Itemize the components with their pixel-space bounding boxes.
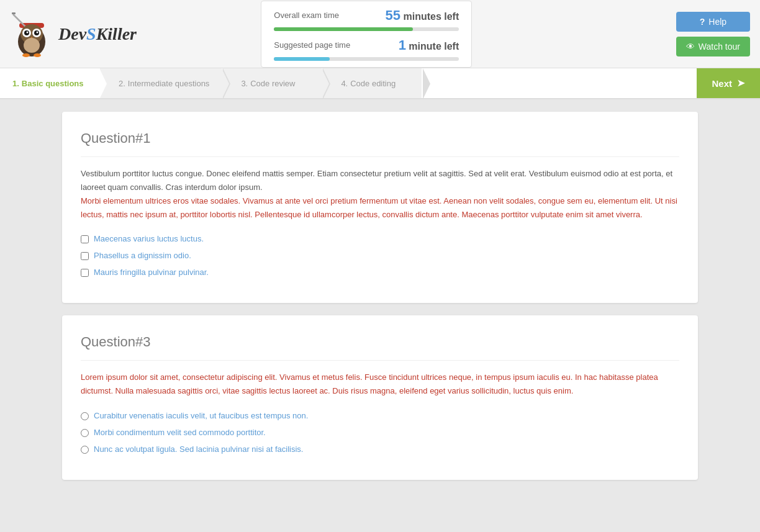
tab-intermediate-questions[interactable]: 2. Intermediate questions xyxy=(100,68,222,98)
q3-options: Curabitur venenatis iaculis velit, ut fa… xyxy=(81,411,679,454)
q1-checkbox-1[interactable] xyxy=(81,235,89,243)
svg-point-10 xyxy=(37,31,38,33)
suggested-minutes: 1 xyxy=(399,37,406,53)
q1-option-2-label[interactable]: Phasellus a dignissim odio. xyxy=(94,251,191,260)
timer-box: Overall exam time 55 minutes left Sugges… xyxy=(261,1,472,68)
question-3-card: Question#3 Lorem ipsum dolor sit amet, c… xyxy=(62,315,698,479)
question-1-text: Vestibulum porttitor luctus congue. Done… xyxy=(81,167,679,222)
header: DevSKiller Overall exam time 55 minutes … xyxy=(0,0,760,68)
next-arrow-icon: ➤ xyxy=(737,78,745,89)
tab-2-number: 2. xyxy=(119,79,125,88)
q1-options: Maecenas varius luctus luctus. Phasellus… xyxy=(81,234,679,277)
svg-point-14 xyxy=(34,53,41,57)
logo-killer: Killer xyxy=(96,24,137,43)
question-icon: ? xyxy=(700,17,705,27)
question-3-text: Lorem ipsum dolor sit amet, consectetur … xyxy=(81,371,679,398)
overall-timer-row: Overall exam time 55 minutes left xyxy=(274,7,459,24)
svg-point-9 xyxy=(27,31,29,33)
tab-2-label: Intermediate questions xyxy=(128,79,210,88)
q1-option-3[interactable]: Mauris fringilla pulvinar pulvinar. xyxy=(81,268,679,277)
eye-icon: 👁 xyxy=(686,42,695,52)
logo-text: DevSKiller xyxy=(58,24,137,44)
logo-dev: Dev xyxy=(58,24,86,43)
q1-text-normal: Vestibulum porttitor luctus congue. Done… xyxy=(81,169,672,192)
q3-option-2[interactable]: Morbi condimentum velit sed commodo port… xyxy=(81,428,679,437)
tab-3-label: Code review xyxy=(250,79,295,88)
tab-code-editing[interactable]: 4. Code editing xyxy=(322,68,422,98)
q1-checkbox-3[interactable] xyxy=(81,269,89,277)
q3-option-1-label[interactable]: Curabitur venenatis iaculis velit, ut fa… xyxy=(94,411,308,420)
tab-4-label: Code editing xyxy=(350,79,396,88)
tab-basic-questions[interactable]: 1. Basic questions xyxy=(0,68,99,98)
q3-option-3[interactable]: Nunc ac volutpat ligula. Sed lacinia pul… xyxy=(81,444,679,454)
watch-tour-button[interactable]: 👁 Watch tour xyxy=(676,37,750,56)
overall-label: Overall exam time xyxy=(274,11,339,20)
q3-option-1[interactable]: Curabitur venenatis iaculis velit, ut fa… xyxy=(81,411,679,420)
logo-s: S xyxy=(86,24,96,43)
q3-radio-2[interactable] xyxy=(81,429,89,437)
overall-timer-bar xyxy=(274,27,459,31)
suggested-bar-fill xyxy=(274,57,329,61)
question-1-title: Question#1 xyxy=(81,130,679,157)
main-content: Question#1 Vestibulum porttitor luctus c… xyxy=(0,99,760,505)
q3-option-2-label[interactable]: Morbi condimentum velit sed commodo port… xyxy=(94,428,266,437)
owl-logo xyxy=(10,9,53,59)
q3-text-highlight: Lorem ipsum dolor sit amet, consectetur … xyxy=(81,372,658,395)
suggested-suffix: minute left xyxy=(406,41,459,52)
watch-tour-label: Watch tour xyxy=(699,42,740,52)
tab-1-number: 1. xyxy=(12,79,19,88)
svg-rect-2 xyxy=(12,12,16,14)
svg-point-13 xyxy=(22,53,30,57)
suggested-label: Suggested page time xyxy=(274,40,350,50)
q1-checkbox-2[interactable] xyxy=(81,252,89,260)
overall-suffix: minutes left xyxy=(400,11,459,22)
q3-radio-3[interactable] xyxy=(81,446,89,454)
suggested-timer-bar xyxy=(274,57,459,61)
overall-bar-fill xyxy=(274,27,413,31)
tab-4-number: 4. xyxy=(341,79,348,88)
tab-code-review[interactable]: 3. Code review xyxy=(222,68,322,98)
overall-minutes: 55 xyxy=(386,7,400,23)
q1-option-1-label[interactable]: Maecenas varius luctus luctus. xyxy=(94,234,204,243)
q1-option-3-label[interactable]: Mauris fringilla pulvinar pulvinar. xyxy=(94,268,209,277)
suggested-timer-row: Suggested page time 1 minute left xyxy=(274,37,459,61)
tab-3-number: 3. xyxy=(241,79,248,88)
q1-option-1[interactable]: Maecenas varius luctus luctus. xyxy=(81,234,679,243)
question-3-title: Question#3 xyxy=(81,334,679,361)
tabs-container: 1. Basic questions 2. Intermediate quest… xyxy=(0,68,697,98)
tab-1-label: Basic questions xyxy=(22,79,84,88)
nav-bar: 1. Basic questions 2. Intermediate quest… xyxy=(0,68,760,99)
svg-point-12 xyxy=(24,38,40,53)
q1-option-2[interactable]: Phasellus a dignissim odio. xyxy=(81,251,679,260)
logo-area: DevSKiller xyxy=(10,9,159,59)
help-button[interactable]: ? ? Help Help xyxy=(676,12,750,32)
header-buttons: ? ? Help Help 👁 Watch tour xyxy=(676,12,750,56)
suggested-value: 1 minute left xyxy=(399,37,459,53)
q3-radio-1[interactable] xyxy=(81,412,89,420)
q3-option-3-label[interactable]: Nunc ac volutpat ligula. Sed lacinia pul… xyxy=(94,444,303,454)
overall-value: 55 minutes left xyxy=(386,7,459,24)
question-1-card: Question#1 Vestibulum porttitor luctus c… xyxy=(62,112,698,303)
q1-text-highlight: Morbi elementum ultrices eros vitae soda… xyxy=(81,196,677,219)
next-button[interactable]: Next ➤ xyxy=(697,68,760,98)
next-label: Next xyxy=(712,78,732,89)
